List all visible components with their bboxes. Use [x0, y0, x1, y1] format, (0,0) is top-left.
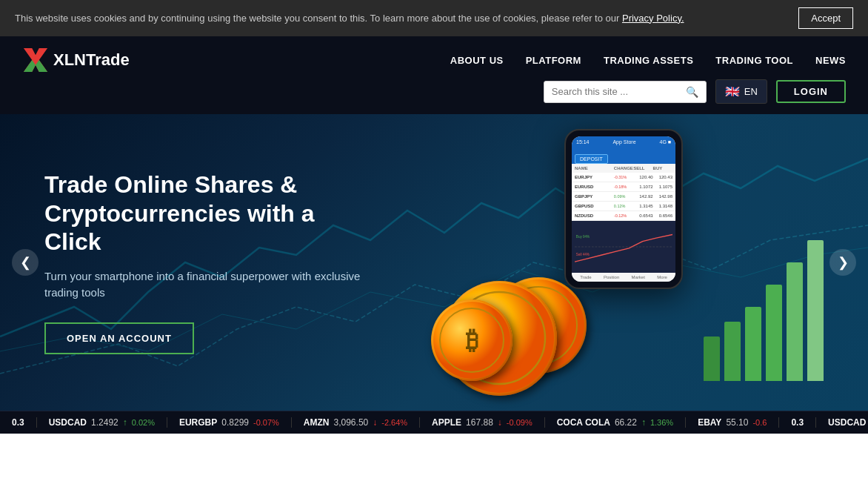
- ticker-item: USDCAD 1.2492 ↑ 0.02%: [816, 417, 868, 428]
- bar: [704, 337, 720, 381]
- phone-table-body: EURJPY -0.31% 120.40 120.43 EURUSD -0.18…: [572, 173, 675, 221]
- language-label: EN: [744, 86, 758, 97]
- logo-text: XLNTrade: [53, 50, 130, 70]
- hero-subtitle: Turn your smartphone into a financial su…: [44, 268, 370, 302]
- phone-table-row: EURUSD -0.18% 1.1072 1.1075: [572, 182, 675, 192]
- bar: [807, 240, 824, 381]
- nav-trading-tool[interactable]: TRADING TOOL: [715, 55, 793, 66]
- ticker-item: USDCAD 1.2492 ↑ 0.02%: [37, 417, 167, 428]
- nav-news[interactable]: NEWS: [815, 55, 846, 66]
- logo[interactable]: XLNTrade: [22, 47, 130, 73]
- svg-text:Buy 94%: Buy 94%: [576, 235, 590, 239]
- flag-icon: 🇬🇧: [725, 84, 740, 99]
- phone-table-row: GBPUSD 0.12% 1.3145 1.3148: [572, 202, 675, 211]
- cookie-message: This website uses cookies and by continu…: [15, 13, 622, 24]
- ticker-item: EBAY 55.10 -0.6: [686, 417, 779, 428]
- bar-column: [766, 285, 782, 381]
- bar-column: [704, 337, 720, 381]
- bar-column: [787, 262, 803, 381]
- header-top: XLNTrade ABOUT US PLATFORM TRADING ASSET…: [22, 36, 846, 79]
- nav-platform[interactable]: PLATFORM: [526, 55, 581, 66]
- bar-chart-area: [704, 233, 824, 381]
- search-icon[interactable]: 🔍: [686, 86, 698, 98]
- coins-area: ₿ ₿: [438, 248, 587, 396]
- open-account-button[interactable]: OPEN AN ACCOUNT: [44, 322, 194, 354]
- svg-text:₿: ₿: [466, 326, 478, 354]
- ticker-bar: 0.3USDCAD 1.2492 ↑ 0.02%EURGBP 0.8299 -0…: [0, 411, 868, 434]
- phone-table-row: EURJPY -0.31% 120.40 120.43: [572, 173, 675, 182]
- hero-content: Trade Online Shares & Cryptocurrencies w…: [0, 170, 370, 354]
- bar: [745, 307, 761, 381]
- cookie-banner: This website uses cookies and by continu…: [0, 0, 868, 36]
- header: XLNTrade ABOUT US PLATFORM TRADING ASSET…: [0, 36, 868, 114]
- header-bottom: 🔍 🇬🇧 EN LOGIN: [22, 79, 846, 114]
- accept-button[interactable]: Accept: [798, 7, 853, 29]
- hero-banner: ❮ Trade Online Shares & Cryptocurrencies…: [0, 114, 868, 411]
- cookie-text: This website uses cookies and by continu…: [15, 11, 784, 26]
- app-store-label: App Store: [612, 139, 635, 145]
- ticker-item: APPLE 167.88 ↓ -0.09%: [420, 417, 545, 428]
- bar-column: [807, 240, 824, 381]
- carousel-next-button[interactable]: ❯: [829, 249, 856, 276]
- carousel-prev-button[interactable]: ❮: [12, 249, 39, 276]
- privacy-policy-link[interactable]: Privacy Policy.: [622, 13, 684, 24]
- nav-trading-assets[interactable]: TRADING ASSETS: [604, 55, 693, 66]
- bar-column: [724, 322, 741, 381]
- phone-screen: 15:14 App Store 4G ■ DEPOSIT NAME CHANGE…: [572, 136, 675, 282]
- bar: [766, 285, 782, 381]
- phone-bottom-nav: Trade Position Market More: [572, 273, 675, 282]
- search-input[interactable]: [552, 86, 686, 97]
- coin-stack: ₿ ₿: [438, 248, 587, 396]
- ticker-item: 0.3: [779, 417, 816, 428]
- phone-chart: Buy 94% Sell 44%: [572, 221, 675, 273]
- ticker-item: AMZN 3,096.50 ↓ -2.64%: [292, 417, 420, 428]
- bar-column: [745, 307, 761, 381]
- coin-front: ₿: [431, 299, 513, 381]
- phone-deposit-button[interactable]: DEPOSIT: [575, 154, 608, 164]
- phone-table-row: NZDUSD -0.12% 0.6543 0.6546: [572, 211, 675, 221]
- nav-about-us[interactable]: ABOUT US: [450, 55, 504, 66]
- search-container: 🔍: [544, 81, 707, 103]
- phone-time: 15:14: [576, 139, 590, 145]
- ticker-item: 0.3: [0, 417, 37, 428]
- phone-table-row: GBPJPY 0.09% 142.92 142.98: [572, 192, 675, 202]
- bar: [787, 262, 803, 381]
- phone-signal: 4G ■: [659, 139, 671, 145]
- login-button[interactable]: LOGIN: [776, 80, 846, 103]
- ticker-item: COCA COLA 66.22 ↑ 1.36%: [545, 417, 686, 428]
- logo-icon: [22, 47, 49, 73]
- language-selector[interactable]: 🇬🇧 EN: [715, 79, 767, 104]
- ticker-content: 0.3USDCAD 1.2492 ↑ 0.02%EURGBP 0.8299 -0…: [0, 417, 868, 428]
- hero-title: Trade Online Shares & Cryptocurrencies w…: [44, 170, 370, 256]
- bar: [724, 322, 741, 381]
- main-nav: ABOUT US PLATFORM TRADING ASSETS TRADING…: [450, 55, 846, 66]
- phone-table-header: NAME CHANGE SELL BUY: [572, 164, 675, 173]
- phone-header: 15:14 App Store 4G ■: [572, 136, 675, 147]
- ticker-item: EURGBP 0.8299 -0.07%: [167, 417, 292, 428]
